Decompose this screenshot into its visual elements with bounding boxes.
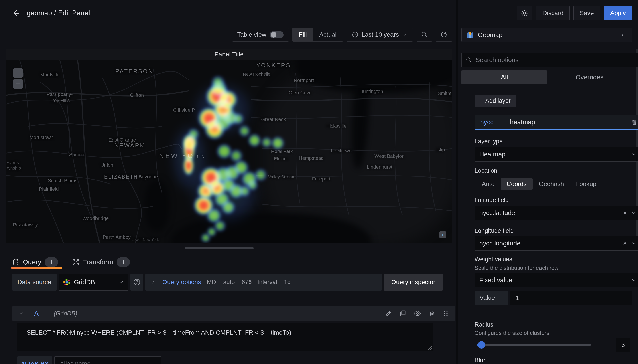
tab-query-label: Query bbox=[23, 258, 41, 266]
location-mode-auto[interactable]: Auto bbox=[476, 178, 501, 190]
tab-overrides[interactable]: Overrides bbox=[547, 70, 632, 84]
apply-button[interactable]: Apply bbox=[604, 6, 632, 20]
datasource-help-button[interactable] bbox=[131, 274, 143, 290]
sql-query-editor[interactable]: SELECT * FROM nycc WHERE (CMPLNT_FR > $_… bbox=[17, 322, 433, 351]
map-canvas[interactable]: MontvillePATERSONYONKERSNew RochelleNort… bbox=[6, 60, 452, 243]
pane-divider[interactable] bbox=[456, 0, 458, 364]
map-label: Great Neck bbox=[261, 116, 286, 122]
copy-icon[interactable] bbox=[400, 310, 406, 317]
zoom-out-icon bbox=[421, 31, 428, 38]
fill-option[interactable]: Fill bbox=[293, 28, 313, 42]
layer-name: nycc bbox=[480, 118, 507, 126]
query-row-datasource: (GridDB) bbox=[54, 310, 78, 317]
radius-slider-track[interactable] bbox=[477, 344, 591, 346]
location-mode-group: AutoCoordsGeohashLookup bbox=[475, 176, 603, 192]
map-label: New Rochelle bbox=[243, 72, 270, 77]
trash-icon[interactable] bbox=[428, 310, 435, 317]
actual-option[interactable]: Actual bbox=[313, 28, 343, 42]
radius-value-box[interactable]: 3 bbox=[616, 338, 630, 352]
chevron-down-icon[interactable] bbox=[19, 310, 24, 316]
map-label: Woodbridge bbox=[82, 216, 109, 222]
panel-settings-button[interactable] bbox=[517, 6, 532, 20]
transform-count-badge: 1 bbox=[117, 257, 130, 267]
visualization-picker[interactable]: Geomap bbox=[461, 28, 622, 42]
trash-icon[interactable] bbox=[631, 119, 637, 126]
map-label: YONKERS bbox=[256, 62, 291, 69]
alias-by-label: ALIAS BY bbox=[17, 356, 52, 364]
weight-values-select[interactable]: Fixed value bbox=[475, 273, 638, 288]
datasource-picker[interactable]: GridDB bbox=[59, 274, 129, 290]
map-label: PATERSON bbox=[115, 68, 153, 75]
editor-tabs: Query 1 Transform 1 bbox=[12, 256, 130, 268]
time-zoom-out-button[interactable] bbox=[416, 28, 432, 42]
panel-toolbar: Table view Fill Actual Last 10 years bbox=[6, 28, 452, 42]
map-label: Lower New York bbox=[132, 238, 159, 242]
page-title: geomap / Edit Panel bbox=[27, 9, 90, 17]
table-view-toggle[interactable] bbox=[270, 31, 284, 38]
map-label: West Babylon bbox=[374, 153, 404, 159]
chevron-down-icon bbox=[119, 279, 124, 285]
map-zoom-in-button[interactable]: + bbox=[13, 68, 23, 78]
clock-icon bbox=[352, 31, 358, 38]
location-mode-coords[interactable]: Coords bbox=[501, 178, 533, 190]
drag-handle-icon[interactable] bbox=[443, 310, 449, 317]
table-view-control: Table view bbox=[232, 28, 289, 42]
visualization-label: Geomap bbox=[478, 31, 502, 39]
weight-values-desc: Scale the distribution for each row bbox=[475, 265, 558, 271]
eye-icon[interactable] bbox=[414, 310, 421, 317]
query-inspector-button[interactable]: Query inspector bbox=[384, 274, 443, 290]
value-input[interactable] bbox=[510, 290, 632, 305]
griddb-icon bbox=[63, 278, 70, 286]
map-label: Union bbox=[100, 162, 113, 168]
map-label: Floral Park bbox=[271, 149, 293, 154]
map-info-button[interactable]: i bbox=[439, 232, 446, 238]
map-label: Elmont bbox=[274, 156, 288, 161]
alias-row: ALIAS BY bbox=[17, 356, 161, 364]
heatmap-blob bbox=[271, 136, 285, 150]
location-mode-lookup[interactable]: Lookup bbox=[570, 178, 602, 190]
tab-query[interactable]: Query 1 bbox=[12, 257, 58, 267]
heatmap-blob bbox=[183, 155, 194, 176]
heatmap-blob bbox=[254, 168, 267, 182]
layer-row-nycc[interactable]: nycc heatmap bbox=[475, 114, 638, 130]
tab-transform[interactable]: Transform 1 bbox=[72, 257, 130, 267]
gear-icon bbox=[521, 9, 528, 17]
edit-icon[interactable] bbox=[385, 310, 392, 317]
clear-icon[interactable]: × bbox=[623, 240, 627, 246]
datasource-row: Data source GridDB bbox=[12, 274, 443, 290]
fixed-value-row: Value bbox=[475, 290, 632, 305]
query-row-header[interactable]: A (GridDB) bbox=[12, 306, 455, 320]
map-label: Lindenhurst bbox=[367, 164, 392, 170]
save-button[interactable]: Save bbox=[573, 6, 600, 20]
add-layer-button[interactable]: + Add layer bbox=[475, 95, 516, 106]
longitude-field-select[interactable]: nycc.longitude × bbox=[475, 236, 638, 250]
latitude-field-select[interactable]: nycc.latitude × bbox=[475, 206, 638, 220]
clear-icon[interactable]: × bbox=[623, 210, 627, 216]
datasource-name: GridDB bbox=[74, 278, 95, 286]
discard-button[interactable]: Discard bbox=[536, 6, 570, 20]
collapse-options-button[interactable] bbox=[613, 28, 632, 42]
refresh-button[interactable] bbox=[436, 28, 452, 42]
map-zoom-out-button[interactable]: − bbox=[13, 79, 23, 89]
map-label: Perth Amboy bbox=[103, 234, 131, 240]
radius-desc: Configures the size of clusters bbox=[475, 330, 549, 336]
panel-title[interactable]: Panel Title bbox=[6, 49, 452, 60]
longitude-field-label: Longitude field bbox=[475, 228, 514, 234]
location-mode-geohash[interactable]: Geohash bbox=[533, 178, 570, 190]
tab-all[interactable]: All bbox=[462, 70, 547, 84]
back-button[interactable] bbox=[9, 6, 23, 20]
horizontal-scrollbar[interactable] bbox=[185, 247, 254, 249]
alias-name-input[interactable] bbox=[54, 356, 161, 364]
weight-values-label: Weight values bbox=[475, 256, 512, 263]
map-label: Huntington bbox=[359, 88, 383, 94]
layer-type-select[interactable]: Heatmap bbox=[475, 147, 638, 162]
time-range-picker[interactable]: Last 10 years bbox=[347, 28, 413, 42]
latitude-field-value: nycc.latitude bbox=[479, 209, 515, 217]
grafana-edit-panel: geomap / Edit Panel Discard Save Apply T… bbox=[0, 0, 638, 364]
value-label: Value bbox=[475, 290, 508, 305]
radius-slider-handle[interactable] bbox=[478, 341, 485, 349]
latitude-field-label: Latitude field bbox=[475, 197, 509, 204]
query-options-toggle[interactable]: Query options MD = auto = 676 Interval =… bbox=[145, 274, 382, 290]
map-label: Levittown bbox=[331, 148, 352, 154]
search-options-input[interactable] bbox=[475, 56, 636, 64]
